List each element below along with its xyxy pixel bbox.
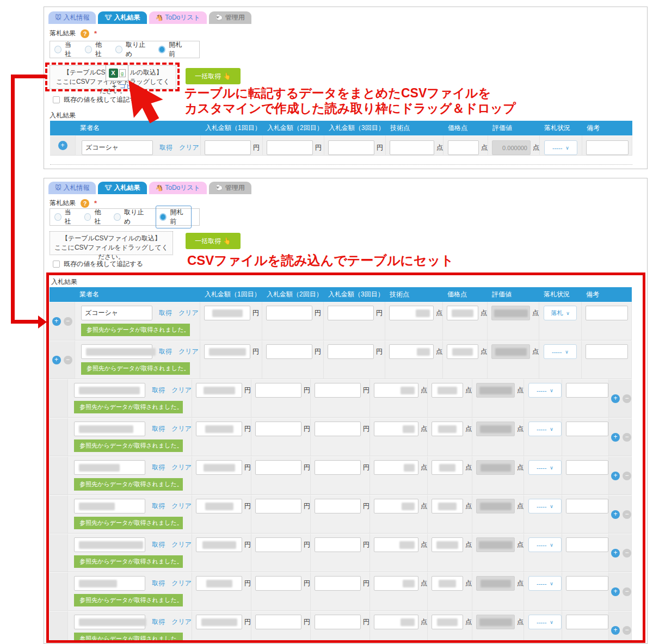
remove-row-icon[interactable]: − bbox=[64, 317, 72, 326]
remarks-input[interactable] bbox=[586, 306, 628, 320]
amount1-input[interactable] bbox=[196, 383, 242, 398]
radio-option-3[interactable]: 開札前 bbox=[158, 40, 187, 59]
clear-link[interactable]: クリア bbox=[171, 424, 192, 434]
price-score-input[interactable] bbox=[432, 615, 463, 629]
remarks-input[interactable] bbox=[566, 383, 608, 398]
amount1-input[interactable] bbox=[204, 344, 250, 359]
status-dropdown[interactable]: -----∨ bbox=[528, 422, 562, 436]
radio-option-1[interactable]: 他社 bbox=[85, 40, 108, 59]
add-row-icon[interactable]: + bbox=[52, 356, 61, 364]
amount1-input[interactable] bbox=[196, 499, 242, 513]
bulk-get-button[interactable]: 一括取得 👆 bbox=[186, 233, 241, 249]
tech-score-input[interactable] bbox=[390, 140, 434, 155]
status-dropdown[interactable]: -----∨ bbox=[528, 499, 562, 513]
amount3-input[interactable] bbox=[315, 499, 361, 513]
price-score-input[interactable] bbox=[432, 576, 463, 591]
vendor-input[interactable] bbox=[74, 422, 145, 436]
append-checkbox[interactable] bbox=[53, 96, 60, 103]
amount2-input[interactable] bbox=[266, 306, 312, 320]
add-row-icon[interactable]: + bbox=[58, 141, 67, 150]
tech-score-input[interactable] bbox=[389, 306, 434, 320]
clear-link[interactable]: クリア bbox=[178, 308, 199, 318]
amount1-input[interactable] bbox=[196, 460, 242, 475]
tech-score-input[interactable] bbox=[374, 499, 418, 513]
remove-row-icon[interactable]: − bbox=[623, 510, 631, 519]
amount2-input[interactable] bbox=[255, 460, 301, 475]
remove-row-icon[interactable]: − bbox=[623, 549, 631, 558]
add-row-icon[interactable]: + bbox=[611, 587, 620, 596]
remarks-input[interactable] bbox=[586, 344, 628, 359]
remove-row-icon[interactable]: − bbox=[64, 356, 72, 364]
tech-score-input[interactable] bbox=[374, 422, 418, 436]
get-link[interactable]: 取得 bbox=[152, 540, 165, 549]
amount2-input[interactable] bbox=[255, 537, 301, 552]
bulk-get-button[interactable]: 一括取得 👆 bbox=[186, 68, 241, 84]
status-dropdown[interactable]: -----∨ bbox=[528, 576, 562, 591]
tech-score-input[interactable] bbox=[374, 383, 418, 398]
amount3-input[interactable] bbox=[328, 306, 374, 320]
add-row-icon[interactable]: + bbox=[611, 626, 620, 635]
remarks-input[interactable] bbox=[566, 615, 608, 629]
help-icon[interactable]: ? bbox=[81, 29, 89, 38]
vendor-input[interactable] bbox=[74, 499, 145, 513]
add-row-icon[interactable]: + bbox=[611, 549, 620, 558]
tab-bid-info[interactable]: 🐭入札情報 bbox=[48, 182, 96, 194]
add-row-icon[interactable]: + bbox=[611, 394, 620, 403]
amount1-input[interactable] bbox=[205, 140, 251, 155]
price-score-input[interactable] bbox=[432, 383, 463, 398]
amount3-input[interactable] bbox=[315, 537, 361, 552]
add-row-icon[interactable]: + bbox=[611, 433, 620, 442]
amount2-input[interactable] bbox=[255, 422, 301, 436]
add-row-icon[interactable]: + bbox=[611, 510, 620, 519]
amount2-input[interactable] bbox=[255, 615, 301, 629]
tab-admin[interactable]: 🐑管理用 bbox=[209, 182, 251, 194]
radio-option-1[interactable]: 他社 bbox=[84, 208, 107, 226]
status-dropdown[interactable]: -----∨ bbox=[544, 140, 577, 155]
remarks-input[interactable] bbox=[566, 499, 608, 513]
amount3-input[interactable] bbox=[315, 422, 361, 436]
vendor-input[interactable] bbox=[81, 344, 152, 359]
status-dropdown[interactable]: -----∨ bbox=[528, 460, 562, 475]
tab-bid-results[interactable]: 🐮入札結果 bbox=[98, 182, 146, 194]
tab-todo-list[interactable]: 🐴ToDoリスト bbox=[149, 182, 207, 194]
status-dropdown[interactable]: -----∨ bbox=[544, 344, 577, 359]
clear-link[interactable]: クリア bbox=[179, 143, 199, 152]
amount2-input[interactable] bbox=[255, 499, 301, 513]
remarks-input[interactable] bbox=[566, 422, 608, 436]
vendor-input[interactable] bbox=[74, 383, 145, 398]
amount1-input[interactable] bbox=[196, 422, 242, 436]
radio-option-3[interactable]: 開札前 bbox=[156, 206, 192, 228]
amount1-input[interactable] bbox=[196, 537, 242, 552]
tech-score-input[interactable] bbox=[374, 615, 418, 629]
remarks-input[interactable] bbox=[566, 537, 608, 552]
tech-score-input[interactable] bbox=[374, 537, 418, 552]
price-score-input[interactable] bbox=[432, 422, 463, 436]
get-link[interactable]: 取得 bbox=[152, 463, 165, 472]
help-icon[interactable]: ? bbox=[81, 199, 89, 208]
clear-link[interactable]: クリア bbox=[171, 501, 192, 511]
amount2-input[interactable] bbox=[266, 344, 312, 359]
tab-bid-results[interactable]: 🐮入札結果 bbox=[98, 11, 146, 24]
remove-row-icon[interactable]: − bbox=[623, 394, 631, 403]
price-score-input[interactable] bbox=[448, 140, 479, 155]
amount3-input[interactable] bbox=[328, 344, 374, 359]
tech-score-input[interactable] bbox=[374, 460, 418, 475]
tech-score-input[interactable] bbox=[389, 344, 434, 359]
tab-admin[interactable]: 🐑管理用 bbox=[209, 11, 251, 24]
amount1-input[interactable] bbox=[196, 615, 242, 629]
amount3-input[interactable] bbox=[315, 615, 361, 629]
remove-row-icon[interactable]: − bbox=[623, 626, 631, 635]
clear-link[interactable]: クリア bbox=[171, 579, 192, 588]
price-score-input[interactable] bbox=[432, 537, 463, 552]
append-checkbox[interactable] bbox=[53, 261, 60, 268]
vendor-input[interactable] bbox=[74, 537, 145, 552]
get-link[interactable]: 取得 bbox=[159, 143, 173, 152]
csv-dropzone[interactable]: 【テーブルCSVファイルの取込】 ここにCSVファイルをドラッグしてください。 bbox=[50, 231, 173, 255]
vendor-input[interactable] bbox=[74, 576, 145, 591]
get-link[interactable]: 取得 bbox=[152, 579, 165, 588]
get-link[interactable]: 取得 bbox=[159, 347, 172, 356]
status-dropdown[interactable]: -----∨ bbox=[528, 383, 562, 398]
radio-option-2[interactable]: 取り止め bbox=[115, 40, 151, 59]
remarks-input[interactable] bbox=[566, 460, 608, 475]
amount3-input[interactable] bbox=[315, 460, 361, 475]
